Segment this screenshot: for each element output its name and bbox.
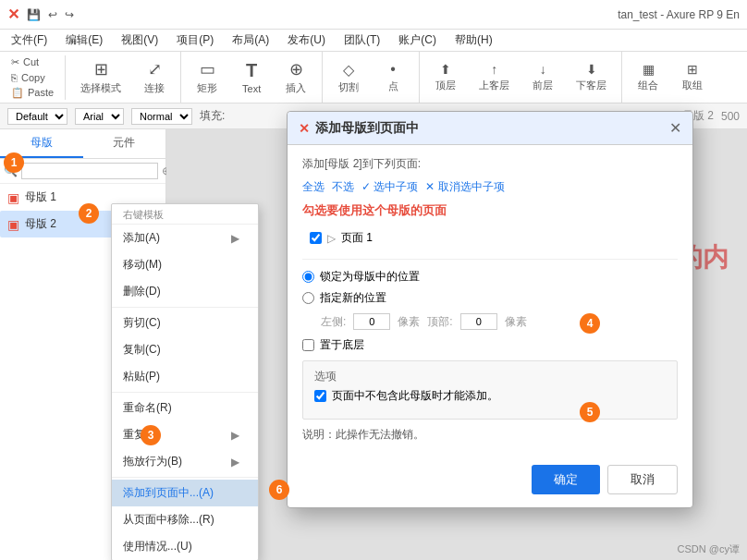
options-section: 选项 页面中不包含此母版时才能添加。 [302, 360, 678, 420]
menu-view[interactable]: 视图(V) [114, 30, 165, 50]
ctx-usage[interactable]: 使用情况...(U) [112, 533, 258, 560]
badge-1: 1 [4, 152, 24, 173]
panel-tabs: 母版 元件 [0, 129, 165, 159]
menu-file[interactable]: 文件(F) [4, 30, 55, 50]
confirm-button[interactable]: 确定 [532, 465, 600, 494]
group-button[interactable]: ▦ 组合 [630, 58, 667, 96]
deselect-all-link[interactable]: 不选 [332, 179, 354, 195]
up-layer-button[interactable]: ↑ 上客层 [471, 58, 517, 96]
ctx-divider-3 [112, 477, 258, 478]
menu-publish[interactable]: 发布(U) [280, 30, 333, 50]
toolbar: ✂ Cut ⎘ Copy 📋 Paste ⊞ 选择模式 ⤢ 连接 ▭ 矩形 T … [0, 52, 747, 103]
badge-5: 5 [580, 402, 600, 422]
redo-icon[interactable]: ↪ [65, 8, 74, 21]
ungroup-button[interactable]: ⊞ 取组 [674, 58, 711, 96]
text-icon: T [246, 60, 257, 81]
dot-icon: • [390, 61, 396, 78]
clipboard-section: ✂ Cut ⎘ Copy 📋 Paste [7, 55, 66, 100]
left-input[interactable] [353, 313, 390, 330]
copy-button[interactable]: ⎘ Copy [7, 71, 57, 84]
font-select[interactable]: Arial [75, 108, 124, 125]
ctx-paste[interactable]: 粘贴(P) [112, 363, 258, 390]
rect-icon: ▭ [200, 59, 215, 79]
text-button[interactable]: T Text [233, 56, 270, 98]
menu-project[interactable]: 项目(P) [169, 30, 221, 50]
search-input[interactable] [21, 163, 158, 179]
front-layer-icon: ↓ [540, 62, 546, 77]
page-1-checkbox[interactable] [310, 232, 322, 244]
top-input[interactable] [460, 313, 497, 330]
master1-icon: ▣ [7, 190, 19, 205]
paste-icon: 📋 [11, 87, 24, 99]
top-layer-icon: ⬆ [440, 62, 451, 77]
badge-4: 4 [580, 313, 600, 334]
master1-label: 母版 1 [25, 189, 56, 205]
modal-add-master: ✕ 添加母版到页面中 ✕ 添加[母版 2]到下列页面: 全选 不选 ✓ 选中子项… [287, 111, 693, 508]
bottom-layer-button[interactable]: ⬇ 下客层 [569, 58, 614, 96]
menu-help[interactable]: 帮助(H) [447, 30, 500, 50]
select-children-link[interactable]: ✓ 选中子项 [361, 179, 418, 195]
add-if-absent-checkbox[interactable] [314, 390, 326, 402]
undo-icon[interactable]: ↩ [48, 8, 57, 21]
ctx-move[interactable]: 移动(M) [112, 251, 258, 278]
cut-tool-button[interactable]: ◇ 切割 [330, 57, 367, 98]
menu-edit[interactable]: 编辑(E) [58, 30, 110, 50]
left-label: 左侧: [321, 314, 346, 330]
front-layer-button[interactable]: ↓ 前层 [524, 58, 561, 96]
modal-footer: 确定 取消 6 [288, 465, 692, 507]
master2-icon: ▣ [7, 217, 19, 232]
lock-position-radio[interactable] [302, 271, 314, 283]
tab-elements[interactable]: 元件 [83, 129, 166, 158]
top-layer-button[interactable]: ⬆ 顶层 [427, 58, 464, 96]
deselect-children-link[interactable]: ✕ 取消选中子项 [425, 179, 504, 195]
connect-button[interactable]: ⤢ 连接 [136, 55, 173, 99]
top-unit: 像素 [505, 314, 527, 330]
badge-2: 2 [79, 203, 99, 224]
page-style-select[interactable]: Default [7, 108, 67, 125]
ctx-add-arrow: ▶ [231, 232, 239, 245]
lock-position-row: 锁定为母版中的位置 [302, 269, 678, 285]
ctx-divider-2 [112, 392, 258, 393]
ctx-cut[interactable]: 剪切(C) [112, 310, 258, 336]
context-menu-title: 右键模板 [112, 204, 258, 225]
paste-button[interactable]: 📋 Paste [7, 86, 57, 100]
cancel-button[interactable]: 取消 [607, 465, 678, 494]
save-icon[interactable]: 💾 [27, 8, 41, 21]
lock-position-label: 锁定为母版中的位置 [320, 269, 420, 285]
ctx-drag-behavior[interactable]: 拖放行为(B) ▶ [112, 448, 258, 475]
menu-layout[interactable]: 布局(A) [225, 30, 276, 50]
dot-button[interactable]: • 点 [374, 57, 411, 97]
insert-icon: ⊕ [289, 59, 303, 79]
cut-button[interactable]: ✂ Cut [7, 55, 57, 69]
select-all-link[interactable]: 全选 [302, 179, 325, 195]
ctx-rename[interactable]: 重命名(R) [112, 395, 258, 421]
modal-close-button[interactable]: ✕ [669, 119, 681, 137]
add-if-absent-label: 页面中不包含此母版时才能添加。 [332, 388, 498, 404]
modal-hint: 勾选要使用这个母版的页面 [302, 202, 678, 219]
page-expand-icon: ▷ [327, 232, 336, 245]
modal-header: ✕ 添加母版到页面中 ✕ [288, 112, 692, 145]
fill-label: 填充: [200, 108, 225, 124]
ctx-delete[interactable]: 删除(D) [112, 278, 258, 305]
ctx-copy[interactable]: 复制(C) [112, 336, 258, 363]
panel-search: 🔍 ⊕ [0, 159, 165, 184]
note-text: 说明：此操作无法撤销。 [302, 427, 678, 443]
position-radio-group: 锁定为母版中的位置 指定新的位置 [302, 269, 678, 306]
ctx-add[interactable]: 添加(A) ▶ [112, 225, 258, 251]
rect-button[interactable]: ▭ 矩形 [189, 55, 226, 99]
menu-account[interactable]: 账户(C) [391, 30, 444, 50]
modal-subtitle: 添加[母版 2]到下列页面: [302, 156, 678, 172]
custom-position-radio[interactable] [302, 292, 314, 304]
page-check-item-1: ▷ 页面 1 [302, 226, 678, 250]
app-icon: ✕ [7, 6, 19, 23]
page-1-label: 页面 1 [341, 230, 373, 246]
insert-button[interactable]: ⊕ 插入 [277, 55, 314, 99]
ctx-add-to-page[interactable]: 添加到页面中...(A) [112, 480, 258, 506]
ctx-repeat-arrow: ▶ [231, 429, 239, 442]
ctx-remove-from-page[interactable]: 从页面中移除...(R) [112, 506, 258, 533]
menu-team[interactable]: 团队(T) [337, 30, 387, 50]
select-mode-button[interactable]: ⊞ 选择模式 [73, 55, 129, 99]
bottom-layer-checkbox[interactable] [302, 339, 314, 351]
style-select[interactable]: Normal [131, 108, 192, 125]
ctx-repeat[interactable]: 重复(C) ▶ [112, 421, 258, 448]
